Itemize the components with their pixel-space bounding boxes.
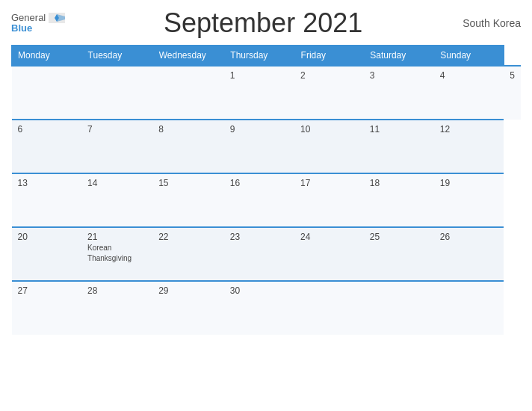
calendar-cell: 16 xyxy=(224,173,294,227)
calendar-cell: 10 xyxy=(294,120,364,173)
calendar-cell: 12 xyxy=(434,120,504,173)
logo-flag-icon xyxy=(49,13,65,23)
calendar-cell: 14 xyxy=(81,173,152,227)
weekday-header-monday: Monday xyxy=(12,46,82,67)
day-number: 14 xyxy=(87,178,146,188)
logo-blue: Blue xyxy=(11,23,32,34)
calendar-cell: 6 xyxy=(12,120,82,173)
week-row-2: 6789101112 xyxy=(12,120,522,173)
weekday-header-thursday: Thursday xyxy=(224,46,294,67)
day-number: 1 xyxy=(230,70,288,81)
calendar-cell xyxy=(434,281,504,335)
day-number: 19 xyxy=(440,178,498,188)
calendar-cell: 7 xyxy=(81,120,152,173)
calendar-cell: 13 xyxy=(12,173,82,227)
day-number: 10 xyxy=(300,124,358,135)
calendar-cell: 21Korean Thanksgiving xyxy=(81,227,152,281)
day-number: 6 xyxy=(18,124,76,135)
calendar-cell: 18 xyxy=(364,173,434,227)
logo-general: General xyxy=(11,13,46,23)
day-number: 20 xyxy=(18,232,76,242)
day-number: 4 xyxy=(440,70,498,81)
day-number: 7 xyxy=(87,124,146,135)
day-number: 12 xyxy=(440,124,498,135)
calendar-cell: 8 xyxy=(152,120,224,173)
calendar-cell: 1 xyxy=(224,66,294,120)
weekday-header-saturday: Saturday xyxy=(364,46,434,67)
calendar-cell xyxy=(152,66,224,120)
country-label: South Korea xyxy=(461,17,521,29)
calendar-cell: 26 xyxy=(434,227,504,281)
day-number: 24 xyxy=(300,232,358,242)
calendar-cell: 3 xyxy=(364,66,434,120)
day-number: 22 xyxy=(158,232,218,242)
day-number: 11 xyxy=(370,124,428,135)
calendar-cell: 24 xyxy=(294,227,364,281)
day-number: 27 xyxy=(18,285,76,296)
week-row-1: 12345 xyxy=(12,66,522,120)
calendar-cell: 23 xyxy=(224,227,294,281)
calendar-cell: 17 xyxy=(294,173,364,227)
calendar-cell: 2 xyxy=(294,66,364,120)
calendar-cell: 29 xyxy=(152,281,224,335)
day-number: 17 xyxy=(300,178,358,188)
day-number: 5 xyxy=(510,70,515,81)
week-row-3: 13141516171819 xyxy=(12,173,522,227)
day-number: 29 xyxy=(158,285,218,296)
calendar-container: General Blue September 2021 South Korea … xyxy=(0,0,532,411)
day-number: 8 xyxy=(158,124,218,135)
logo: General Blue xyxy=(11,12,65,34)
calendar-cell: 28 xyxy=(81,281,152,335)
day-number: 16 xyxy=(230,178,288,188)
day-number: 26 xyxy=(440,232,498,242)
calendar-table: MondayTuesdayWednesdayThursdayFridaySatu… xyxy=(11,45,521,335)
weekday-header-friday: Friday xyxy=(294,46,364,67)
calendar-cell xyxy=(12,66,82,120)
calendar-cell: 25 xyxy=(364,227,434,281)
calendar-cell: 5 xyxy=(504,66,521,120)
day-number: 28 xyxy=(87,285,146,296)
weekday-header-tuesday: Tuesday xyxy=(81,46,152,67)
calendar-cell: 27 xyxy=(12,281,82,335)
calendar-header: General Blue September 2021 South Korea xyxy=(11,7,521,39)
calendar-cell xyxy=(294,281,364,335)
calendar-cell: 20 xyxy=(12,227,82,281)
day-number: 3 xyxy=(370,70,428,81)
weekday-header-row: MondayTuesdayWednesdayThursdayFridaySatu… xyxy=(12,46,522,67)
calendar-cell: 22 xyxy=(152,227,224,281)
day-number: 21 xyxy=(87,232,146,242)
calendar-cell: 30 xyxy=(224,281,294,335)
calendar-title: September 2021 xyxy=(65,7,461,39)
calendar-cell xyxy=(364,281,434,335)
day-number: 23 xyxy=(230,232,288,242)
weekday-header-wednesday: Wednesday xyxy=(152,46,224,67)
day-number: 2 xyxy=(300,70,358,81)
calendar-cell: 11 xyxy=(364,120,434,173)
day-number: 30 xyxy=(230,285,288,296)
calendar-cell: 19 xyxy=(434,173,504,227)
calendar-cell: 4 xyxy=(434,66,504,120)
day-number: 15 xyxy=(158,178,218,188)
day-number: 9 xyxy=(230,124,288,135)
weekday-header-sunday: Sunday xyxy=(434,46,504,67)
week-row-4: 2021Korean Thanksgiving2223242526 xyxy=(12,227,522,281)
day-number: 18 xyxy=(370,178,428,188)
event-label: Korean Thanksgiving xyxy=(87,244,132,262)
calendar-cell xyxy=(81,66,152,120)
calendar-cell: 15 xyxy=(152,173,224,227)
week-row-5: 27282930 xyxy=(12,281,522,335)
calendar-cell: 9 xyxy=(224,120,294,173)
day-number: 25 xyxy=(370,232,428,242)
day-number: 13 xyxy=(18,178,76,188)
